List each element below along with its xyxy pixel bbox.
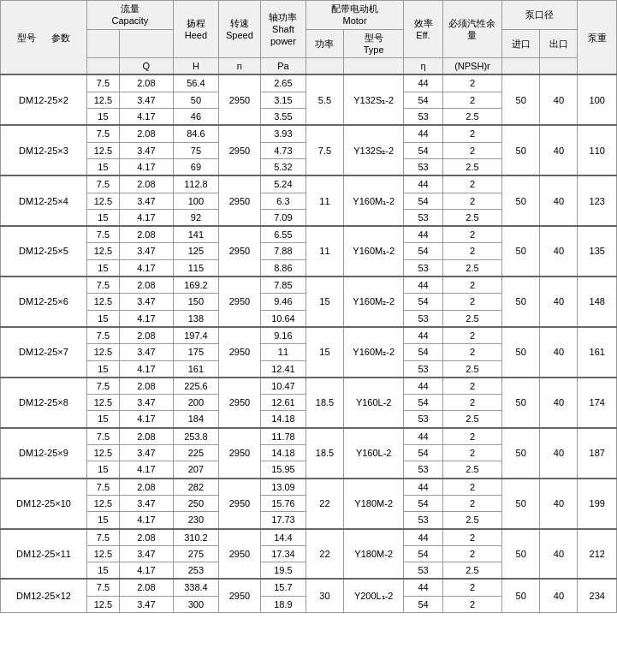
cell-type: Y200L₁-2: [344, 579, 404, 612]
cell-model: DM12-25×4: [1, 175, 87, 226]
cell-npsh: 2: [442, 92, 501, 108]
cell-eff: 53: [404, 259, 442, 277]
cell-head: 282: [173, 479, 218, 496]
cell-inlet: 50: [502, 428, 540, 479]
cell-q: 15: [86, 158, 119, 175]
cell-eff: 54: [404, 294, 442, 310]
cell-h: 3.47: [119, 142, 173, 158]
table-row: DM12-25×87.52.08225.6295010.4718.5Y160L-…: [1, 378, 617, 395]
cell-inlet: 50: [502, 74, 540, 125]
cell-rate: 30: [306, 579, 343, 612]
cell-q: 15: [86, 461, 119, 479]
cell-pa: 7.88: [260, 243, 306, 259]
cell-eff: 44: [404, 428, 442, 445]
cell-npsh: 2.5: [442, 158, 501, 175]
cell-q: 12.5: [86, 193, 119, 209]
cell-weight: 212: [578, 529, 617, 580]
cell-weight: 187: [578, 428, 617, 479]
table-row: DM12-25×67.52.08169.229507.8515Y160M₂-24…: [1, 277, 617, 294]
cell-rate: 7.5: [306, 125, 343, 175]
cell-h: 3.47: [119, 92, 173, 108]
cell-weight: 174: [578, 378, 617, 428]
cell-pa: 12.61: [260, 395, 306, 411]
cell-eff: 53: [404, 461, 442, 479]
cell-eff: 53: [404, 310, 442, 327]
cell-outlet: 40: [540, 277, 578, 327]
cell-head: 250: [173, 495, 218, 511]
cell-q: 7.5: [86, 378, 119, 395]
cell-npsh: 2: [442, 327, 501, 344]
cell-h: 4.17: [119, 562, 173, 580]
cell-pa: 11.78: [260, 428, 306, 445]
cell-h: 3.47: [119, 495, 173, 511]
cell-h: 4.17: [119, 310, 173, 327]
cell-h: 4.17: [119, 209, 173, 226]
cell-h: 3.47: [119, 395, 173, 411]
cell-speed: 2950: [218, 226, 260, 277]
cell-npsh: 2.5: [442, 109, 501, 126]
cell-npsh: 2: [442, 74, 501, 92]
cell-eff: 54: [404, 344, 442, 360]
cell-model: DM12-25×10: [1, 479, 87, 529]
cell-eff: 54: [404, 395, 442, 411]
cell-head: 92: [173, 209, 218, 226]
unit-empty: [86, 58, 119, 75]
unit-in: [502, 58, 540, 75]
header-q-label: [86, 29, 119, 58]
cell-head: 169.2: [173, 277, 218, 294]
cell-eff: 54: [404, 445, 442, 461]
cell-weight: 135: [578, 226, 617, 277]
cell-h: 2.08: [119, 277, 173, 294]
cell-pa: 17.73: [260, 512, 306, 529]
cell-type: Y180M-2: [344, 529, 404, 580]
cell-eff: 54: [404, 92, 442, 108]
cell-eff: 54: [404, 193, 442, 209]
cell-h: 4.17: [119, 158, 173, 175]
table-row: DM12-25×37.52.0884.629503.937.5Y132S₂-24…: [1, 125, 617, 142]
cell-h: 2.08: [119, 579, 173, 596]
header-head: 扬程 Heed: [173, 1, 218, 58]
table-row: DM12-25×117.52.08310.2295014.422Y180M-24…: [1, 529, 617, 546]
cell-eff: 53: [404, 411, 442, 428]
cell-h: 2.08: [119, 175, 173, 193]
cell-weight: 123: [578, 175, 617, 226]
cell-npsh: 2: [442, 445, 501, 461]
cell-pa: 10.64: [260, 310, 306, 327]
cell-pa: 14.18: [260, 445, 306, 461]
cell-head: 207: [173, 461, 218, 479]
unit-out: [540, 58, 578, 75]
unit-npsh: (NPSH)r: [442, 58, 501, 75]
cell-type: Y160L-2: [344, 428, 404, 479]
cell-pa: 3.93: [260, 125, 306, 142]
cell-head: 141: [173, 226, 218, 243]
cell-type: Y160M₂-2: [344, 327, 404, 378]
cell-q: 12.5: [86, 92, 119, 108]
cell-npsh: 2.5: [442, 411, 501, 428]
cell-inlet: 50: [502, 277, 540, 327]
cell-rate: 5.5: [306, 74, 343, 125]
table-row: DM12-25×27.52.0856.429502.655.5Y132S₁-24…: [1, 74, 617, 92]
cell-q: 12.5: [86, 344, 119, 360]
unit-type: [344, 58, 404, 75]
cell-npsh: 2: [442, 596, 501, 612]
cell-model: DM12-25×5: [1, 226, 87, 277]
cell-q: 7.5: [86, 529, 119, 546]
cell-pa: 6.3: [260, 193, 306, 209]
cell-type: Y160M₁-2: [344, 226, 404, 277]
cell-outlet: 40: [540, 579, 578, 612]
unit-n: n: [218, 58, 260, 75]
cell-q: 15: [86, 209, 119, 226]
cell-npsh: 2: [442, 125, 501, 142]
cell-type: Y160L-2: [344, 378, 404, 428]
cell-q: 7.5: [86, 125, 119, 142]
cell-head: 275: [173, 545, 218, 562]
cell-eff: 44: [404, 125, 442, 142]
cell-eff: 54: [404, 243, 442, 259]
cell-pa: 9.46: [260, 294, 306, 310]
cell-head: 197.4: [173, 327, 218, 344]
cell-q: 15: [86, 512, 119, 529]
cell-eff: 53: [404, 512, 442, 529]
header-rate-label: 功率: [306, 29, 343, 58]
cell-q: 12.5: [86, 495, 119, 511]
cell-weight: 110: [578, 125, 617, 175]
